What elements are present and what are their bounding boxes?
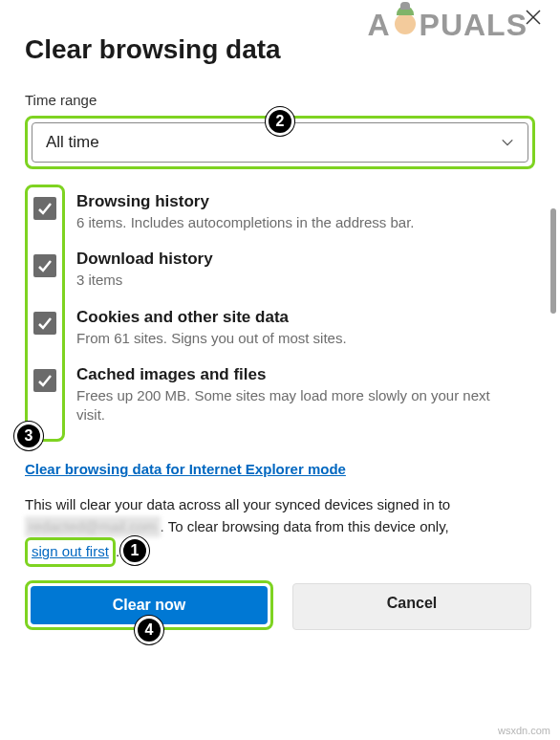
time-range-value: All time [46, 133, 99, 152]
checkbox-cached[interactable] [33, 369, 56, 392]
data-types-list: Browsing history 6 items. Includes autoc… [76, 185, 535, 442]
annotation-badge-2: 2 [266, 107, 294, 136]
source-caption: wsxdn.com [498, 725, 550, 736]
sync-description: This will clear your data across all you… [25, 494, 535, 567]
annotation-highlight-3: 3 [25, 185, 65, 442]
checkbox-browsing-history[interactable] [33, 197, 56, 220]
item-desc: Frees up 200 MB. Some sites may load mor… [76, 386, 516, 425]
item-title: Cookies and other site data [76, 308, 516, 327]
list-item: Cached images and files Frees up 200 MB.… [76, 365, 516, 425]
list-item: Browsing history 6 items. Includes autoc… [76, 192, 516, 232]
list-item: Cookies and other site data From 61 site… [76, 308, 516, 348]
clear-browsing-data-dialog: A PUALS Clear browsing data Time range 2… [0, 0, 560, 630]
dialog-title: Clear browsing data [25, 34, 535, 65]
checkbox-cookies[interactable] [33, 312, 56, 335]
annotation-badge-3: 3 [14, 422, 43, 450]
item-desc: 6 items. Includes autocompletions in the… [76, 213, 516, 232]
item-title: Cached images and files [76, 365, 516, 384]
annotation-highlight-2: 2 All time [25, 116, 535, 169]
item-title: Download history [76, 250, 516, 269]
scrollbar-thumb[interactable] [550, 208, 556, 314]
item-title: Browsing history [76, 192, 516, 211]
sign-out-link[interactable]: sign out first [32, 543, 109, 559]
close-icon[interactable] [526, 8, 541, 30]
checkbox-download-history[interactable] [33, 254, 56, 277]
item-desc: 3 items [76, 271, 516, 290]
annotation-highlight-4: 4 Clear now [25, 580, 273, 630]
chevron-down-icon [501, 136, 514, 149]
annotation-badge-1: 1 [120, 536, 149, 565]
list-item: Download history 3 items [76, 250, 516, 290]
redacted-email: redacted@mail.com [25, 516, 161, 538]
time-range-label: Time range [25, 92, 535, 108]
cancel-button[interactable]: Cancel [292, 583, 531, 630]
annotation-badge-4: 4 [135, 616, 163, 644]
ie-mode-link[interactable]: Clear browsing data for Internet Explore… [25, 461, 346, 477]
item-desc: From 61 sites. Signs you out of most sit… [76, 329, 516, 348]
appuals-head-icon [395, 13, 416, 34]
annotation-highlight-1: 1sign out first [25, 537, 116, 567]
